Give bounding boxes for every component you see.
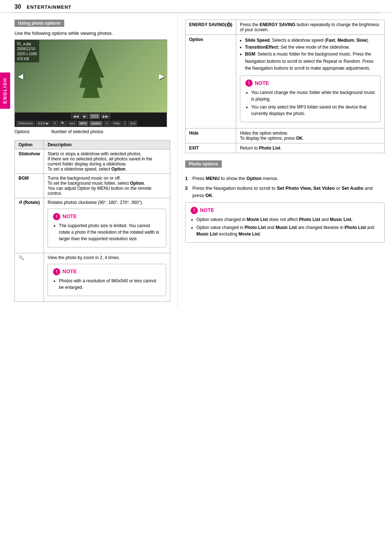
steps-list: Press MENU to show the Option menus. Pre… — [185, 175, 385, 199]
desc-slideshow: Starts or stops a slideshow with selecte… — [44, 149, 170, 174]
step-1: Press MENU to show the Option menus. — [185, 175, 385, 182]
page-header: 30 ENTERTAINMENT — [0, 0, 392, 13]
tb-slideshow[interactable]: Slideshow — [16, 121, 35, 126]
photo-viewer: 01_a.jpg 2008/12/10 1920 x 1080 479 KB ◀… — [15, 40, 167, 127]
tb-rotate[interactable]: ↺ — [52, 121, 58, 126]
photo-toolbar: Slideshow BGM ▶ ↺ 🔍 eco MP4 Option ↩ Hid… — [15, 120, 167, 127]
table-row: Slideshow Starts or stops a slideshow wi… — [15, 149, 170, 174]
option-bgm: BGM — [15, 174, 44, 198]
prev-arrow[interactable]: ◀ — [18, 72, 23, 81]
note-item: Photos with a resolution of 960x540 or l… — [59, 278, 161, 291]
desc-zoom: View the photo by zoom in 2, 4 times. ! … — [44, 253, 170, 302]
tb-hd[interactable]: MP4 — [78, 121, 89, 126]
counter: 2/13 — [89, 114, 100, 119]
tb-zoom[interactable]: 🔍 — [59, 121, 67, 126]
photo-filename: 01_a.jpg — [17, 41, 37, 46]
step-2: Press the Navigation buttons to scroll t… — [185, 185, 385, 199]
note-icon: ! — [53, 268, 60, 275]
bottom-note: ! NOTE Option values changed in Movie Li… — [185, 202, 385, 243]
note-item: You cannot change the music folder while… — [251, 89, 375, 102]
note-icon: ! — [191, 207, 198, 214]
caption-options: Options — [15, 129, 29, 134]
option-hide: Hide — [185, 128, 236, 143]
option-energy: ENERGY SAVING(⏻) — [185, 20, 236, 35]
table-row: BGM Turns the background music on or off… — [15, 174, 170, 198]
next-arrow[interactable]: ▶ — [159, 72, 164, 81]
photo-tree — [77, 47, 106, 98]
using-photo-options-title: Using photo options — [15, 20, 64, 27]
note-item: You can only select the MP3 folder saved… — [251, 104, 375, 117]
note-item: Option value changed in Photo List and M… — [196, 224, 379, 237]
table-row: 🔍 View the photo by zoom in 2, 4 times. … — [15, 253, 170, 302]
right-column: ENERGY SAVING(⏻) Press the ENERGY SAVING… — [178, 13, 392, 308]
photo-info: 01_a.jpg 2008/12/10 1920 x 1080 479 KB — [15, 40, 39, 62]
caption-row: Options Number of selected photos — [15, 129, 170, 134]
tb-eco[interactable]: eco — [68, 121, 77, 126]
photo-size: 479 KB — [17, 57, 37, 62]
table-row: Option Slide Speed: Selects a slideshow … — [185, 35, 385, 128]
table-row: EXIT Return to Photo List. — [185, 143, 385, 153]
language-tab: ENGLISH — [0, 73, 10, 109]
note-zoom: ! NOTE Photos with a resolution of 960x5… — [48, 264, 166, 296]
subtitle: Use the following options while viewing … — [15, 30, 170, 36]
option-option: Option — [185, 35, 236, 128]
photo-options-section: Photo options Press MENU to show the Opt… — [185, 160, 385, 243]
page-number: 30 — [15, 4, 21, 10]
desc-hide: Hides the option window. To display the … — [236, 128, 384, 143]
caption-number: Number of selected photos — [51, 129, 103, 134]
photo-date: 2008/12/10 — [17, 46, 37, 52]
note-item: Option values changed in Movie List does… — [196, 216, 379, 223]
note-title: NOTE — [62, 268, 77, 275]
bottom-note-list: Option values changed in Movie List does… — [191, 216, 379, 237]
photo-resolution: 1920 x 1080 — [17, 52, 37, 57]
options-table: Option Description Slideshow Starts or s… — [15, 140, 170, 302]
desc-option-item2: TransitionEffect: Set the view mode of t… — [245, 44, 381, 51]
col-option-header: Option — [15, 140, 44, 149]
prev-btn[interactable]: ◀◀ — [71, 114, 81, 119]
table-row: ENERGY SAVING(⏻) Press the ENERGY SAVING… — [185, 20, 385, 35]
option-exit: EXIT — [185, 143, 236, 153]
tb-bgm[interactable]: BGM ▶ — [36, 121, 50, 126]
tb-hide[interactable]: Hide — [111, 121, 122, 126]
tb-exit[interactable]: Exit — [128, 121, 137, 126]
note-title: NOTE — [255, 79, 269, 87]
play-btn[interactable]: ▶ — [82, 114, 88, 119]
tb-option[interactable]: Option — [89, 121, 103, 126]
table-row: ↺ (Rotate) Rotates photos clockwise (90°… — [15, 198, 170, 253]
desc-bgm: Turns the background music on or off. To… — [44, 174, 170, 198]
desc-option-item3: BGM: Selects a music folder for the back… — [245, 51, 381, 72]
note-title: NOTE — [200, 206, 214, 214]
col-description-header: Description — [44, 140, 170, 149]
fwd-btn[interactable]: ▶▶ — [101, 114, 110, 119]
desc-exit: Return to Photo List. — [236, 143, 384, 153]
note-icon: ! — [245, 79, 253, 87]
tb-back[interactable]: ↩ — [104, 121, 110, 126]
photo-options-title: Photo options — [185, 160, 222, 168]
left-column: Using photo options Use the following op… — [0, 13, 178, 308]
note-icon: ! — [53, 213, 60, 220]
note-rotate: ! NOTE The supported photo size is limit… — [48, 209, 166, 247]
desc-option: Slide Speed: Selects a slideshow speed (… — [236, 35, 384, 128]
desc-option-item1: Slide Speed: Selects a slideshow speed (… — [245, 37, 381, 44]
note-zoom-list: Photos with a resolution of 960x540 or l… — [53, 278, 161, 291]
note-rotate-list: The supported photo size is limited. You… — [53, 222, 161, 242]
option-slideshow: Slideshow — [15, 149, 44, 174]
photo-controls-bar: ◀◀ ▶ 2/13 ▶▶ — [15, 112, 167, 120]
option-zoom: 🔍 — [15, 253, 44, 302]
section-title: ENTERTAINMENT — [27, 4, 72, 10]
note-item: The supported photo size is limited. You… — [59, 222, 161, 242]
note-option-list: You cannot change the music folder while… — [245, 89, 375, 117]
right-options-table: ENERGY SAVING(⏻) Press the ENERGY SAVING… — [185, 20, 385, 153]
desc-rotate: Rotates photos clockwise (90°, 180°, 270… — [44, 198, 170, 253]
option-rotate: ↺ (Rotate) — [15, 198, 44, 253]
main-content: Using photo options Use the following op… — [0, 13, 392, 308]
note-title: NOTE — [62, 213, 77, 220]
tb-sep: | — [123, 121, 127, 126]
table-row: Hide Hides the option window. To display… — [185, 128, 385, 143]
note-option: ! NOTE You cannot change the music folde… — [240, 75, 381, 122]
desc-energy: Press the ENERGY SAVING button repeatedl… — [236, 20, 384, 35]
